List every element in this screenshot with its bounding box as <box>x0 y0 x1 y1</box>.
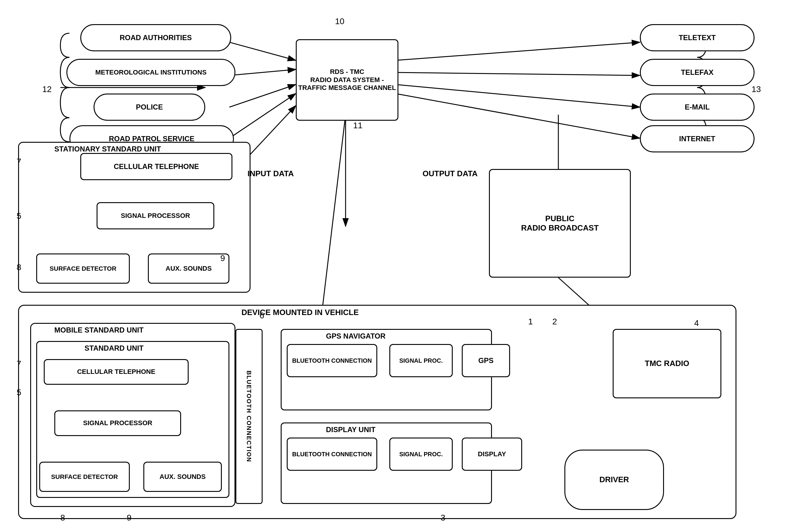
public-radio-box: PUBLIC RADIO BROADCAST <box>489 169 631 278</box>
bluetooth-conn-gps-label: BLUETOOTH CONNECTION <box>292 357 372 364</box>
internet-label: INTERNET <box>679 135 715 143</box>
ref-8-top: 8 <box>17 263 21 272</box>
cellular-tel-stat-label: CELLULAR TELEPHONE <box>114 162 199 171</box>
gps-navigator-label-text: GPS NAVIGATOR <box>326 332 385 340</box>
bluetooth-conn-disp-box: BLUETOOTH CONNECTION <box>287 438 377 471</box>
cellular-tel-mob-label: CELLULAR TELEPHONE <box>77 368 155 376</box>
svg-line-4 <box>229 70 296 75</box>
cellular-tel-stat-box: CELLULAR TELEPHONE <box>80 153 232 180</box>
aux-sounds-mob-label: AUX. SOUNDS <box>160 473 206 481</box>
ref-8-bottom: 8 <box>60 513 65 522</box>
ref-4: 4 <box>694 318 699 328</box>
svg-line-9 <box>395 84 640 107</box>
signal-proc-stat-label: SIGNAL PROCESSOR <box>121 212 190 220</box>
display-label: DISPLAY <box>478 450 506 458</box>
email-label: E-MAIL <box>685 103 710 112</box>
device-mounted-label: DEVICE MOUNTED IN VEHICLE <box>242 308 359 317</box>
ref-7-top: 7 <box>17 157 21 167</box>
signal-proc-disp-label: SIGNAL PROC. <box>399 451 443 458</box>
svg-line-7 <box>395 42 640 60</box>
svg-line-6 <box>229 94 296 138</box>
ref-9-top: 9 <box>220 253 225 263</box>
police-box: POLICE <box>94 94 205 121</box>
svg-line-8 <box>395 72 640 75</box>
diagram: ROAD AUTHORITIES METEOROLOGICAL INSTITUT… <box>0 0 798 532</box>
stationary-unit-label: STATIONARY STANDARD UNIT <box>54 145 161 153</box>
meteorological-label: METEOROLOGICAL INSTITUTIONS <box>95 69 207 76</box>
signal-proc-mob-box: SIGNAL PROCESSOR <box>54 411 181 436</box>
output-data-label: OUTPUT DATA <box>422 169 477 178</box>
ref-2: 2 <box>552 317 557 326</box>
telefax-label: TELEFAX <box>681 68 714 77</box>
ref-7-bottom: 7 <box>17 359 21 369</box>
ref-11: 11 <box>353 121 362 130</box>
bluetooth-connection-label: BLUETOOTH CONNECTION <box>245 370 253 462</box>
bluetooth-conn-disp-label: BLUETOOTH CONNECTION <box>292 451 372 458</box>
gps-label: GPS <box>478 356 494 365</box>
surface-det-stat-label: SURFACE DETECTOR <box>50 265 116 272</box>
svg-line-10 <box>395 94 640 138</box>
svg-line-3 <box>229 42 296 60</box>
aux-sounds-mob-box: AUX. SOUNDS <box>144 462 222 492</box>
police-label: POLICE <box>136 103 163 112</box>
ref-6: 6 <box>260 311 264 321</box>
signal-proc-mob-label: SIGNAL PROCESSOR <box>83 419 152 427</box>
tmc-radio-label: TMC RADIO <box>645 359 689 368</box>
internet-box: INTERNET <box>640 125 755 152</box>
display-unit-label-text: DISPLAY UNIT <box>326 425 376 434</box>
bluetooth-conn-gps-box: BLUETOOTH CONNECTION <box>287 344 377 377</box>
standard-unit-label-text: STANDARD UNIT <box>84 344 144 353</box>
surface-det-stat-box: SURFACE DETECTOR <box>36 253 130 284</box>
teletext-label: TELETEXT <box>679 34 716 42</box>
driver-label: DRIVER <box>600 475 629 484</box>
driver-box: DRIVER <box>564 450 664 510</box>
input-data-label: INPUT DATA <box>247 169 294 178</box>
aux-sounds-stat-label: AUX. SOUNDS <box>166 265 212 272</box>
mobile-unit-outer-label: MOBILE STANDARD UNIT <box>54 326 144 334</box>
gps-box: GPS <box>462 344 510 377</box>
signal-proc-gps-label: SIGNAL PROC. <box>399 357 443 364</box>
surface-det-mob-label: SURFACE DETECTOR <box>51 473 118 480</box>
ref-10: 10 <box>335 17 344 26</box>
telefax-box: TELEFAX <box>640 59 755 86</box>
svg-line-32 <box>320 115 346 329</box>
email-box: E-MAIL <box>640 94 755 121</box>
svg-line-5 <box>229 84 296 107</box>
rds-tmc-label: RDS - TMC RADIO DATA SYSTEM - TRAFFIC ME… <box>298 68 396 92</box>
ref-9-bottom: 9 <box>127 513 132 522</box>
signal-proc-disp-box: SIGNAL PROC. <box>390 438 453 471</box>
public-radio-label: PUBLIC RADIO BROADCAST <box>521 214 598 233</box>
aux-sounds-stat-box: AUX. SOUNDS <box>148 253 229 284</box>
signal-proc-stat-box: SIGNAL PROCESSOR <box>97 202 214 229</box>
meteorological-box: METEOROLOGICAL INSTITUTIONS <box>66 59 235 86</box>
teletext-box: TELETEXT <box>640 24 755 51</box>
ref-12: 12 <box>42 84 52 94</box>
ref-3: 3 <box>441 513 445 522</box>
ref-5-bottom: 5 <box>17 388 21 397</box>
ref-5-top: 5 <box>17 211 21 221</box>
tmc-radio-box: TMC RADIO <box>613 329 721 398</box>
road-authorities-box: ROAD AUTHORITIES <box>80 24 231 51</box>
bluetooth-connection-box: BLUETOOTH CONNECTION <box>235 329 263 504</box>
road-authorities-label: ROAD AUTHORITIES <box>119 34 192 42</box>
surface-det-mob-box: SURFACE DETECTOR <box>39 462 130 492</box>
rds-tmc-box: RDS - TMC RADIO DATA SYSTEM - TRAFFIC ME… <box>296 39 398 121</box>
ref-13: 13 <box>752 84 761 94</box>
signal-proc-gps-box: SIGNAL PROC. <box>390 344 453 377</box>
ref-1: 1 <box>528 317 533 326</box>
cellular-tel-mob-box: CELLULAR TELEPHONE <box>44 359 189 385</box>
display-box: DISPLAY <box>462 438 522 471</box>
